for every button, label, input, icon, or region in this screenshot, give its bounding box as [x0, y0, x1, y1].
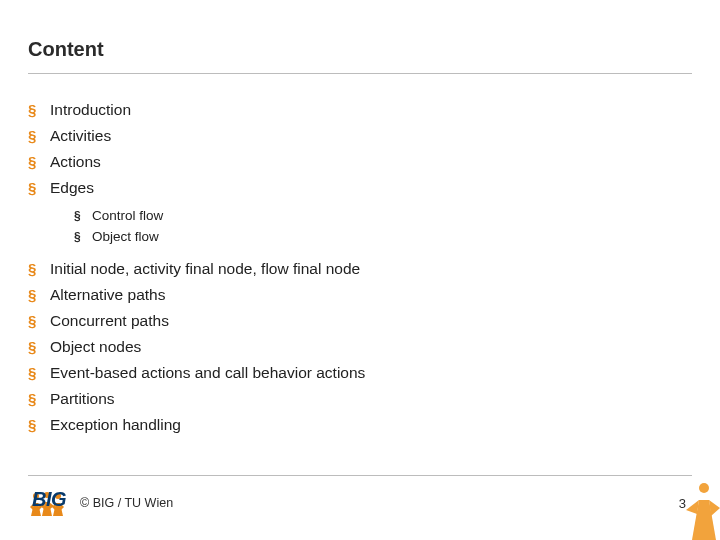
svg-point-3 [699, 483, 709, 493]
list-item: §Object nodes [28, 335, 692, 359]
corner-figure-icon [682, 480, 720, 540]
footer: BIG © BIG / TU Wien 3 [28, 486, 692, 520]
list-item: §Edges [28, 176, 692, 200]
item-label: Object flow [92, 227, 159, 247]
bullet-icon: § [28, 124, 50, 148]
bullet-list-sub: §Control flow §Object flow [74, 206, 692, 247]
item-label: Partitions [50, 387, 115, 411]
list-item: §Partitions [28, 387, 692, 411]
list-item: §Actions [28, 150, 692, 174]
item-label: Alternative paths [50, 283, 165, 307]
item-label: Object nodes [50, 335, 141, 359]
item-label: Concurrent paths [50, 309, 169, 333]
item-label: Introduction [50, 98, 131, 122]
bullet-icon: § [28, 335, 50, 359]
slide: Content §Introduction §Activities §Actio… [0, 0, 720, 540]
logo-text: BIG [32, 490, 66, 508]
bullet-icon: § [28, 309, 50, 333]
bullet-icon: § [28, 176, 50, 200]
list-item: §Concurrent paths [28, 309, 692, 333]
item-label: Edges [50, 176, 94, 200]
bullet-icon: § [28, 98, 50, 122]
list-item: §Event-based actions and call behavior a… [28, 361, 692, 385]
bullet-icon: § [28, 150, 50, 174]
bullet-icon: § [74, 206, 92, 226]
list-item: §Alternative paths [28, 283, 692, 307]
list-item: §Activities [28, 124, 692, 148]
item-label: Initial node, activity final node, flow … [50, 257, 360, 281]
content-area: §Introduction §Activities §Actions §Edge… [0, 74, 720, 437]
page-title: Content [28, 38, 692, 67]
bullet-icon: § [28, 257, 50, 281]
list-item: §Introduction [28, 98, 692, 122]
logo: BIG [28, 488, 66, 518]
bullet-icon: § [28, 413, 50, 437]
item-label: Exception handling [50, 413, 181, 437]
item-label: Event-based actions and call behavior ac… [50, 361, 365, 385]
footer-rule [28, 475, 692, 476]
item-label: Actions [50, 150, 101, 174]
list-item: §Initial node, activity final node, flow… [28, 257, 692, 281]
title-wrap: Content [0, 0, 720, 73]
bullet-icon: § [28, 361, 50, 385]
bullet-icon: § [28, 387, 50, 411]
list-item: §Object flow [74, 227, 692, 247]
bullet-list-top: §Introduction §Activities §Actions §Edge… [28, 98, 692, 200]
bullet-list-bottom: §Initial node, activity final node, flow… [28, 257, 692, 437]
item-label: Activities [50, 124, 111, 148]
item-label: Control flow [92, 206, 163, 226]
bullet-icon: § [28, 283, 50, 307]
list-item: §Control flow [74, 206, 692, 226]
list-item: §Exception handling [28, 413, 692, 437]
copyright-text: © BIG / TU Wien [80, 496, 173, 510]
bullet-icon: § [74, 227, 92, 247]
